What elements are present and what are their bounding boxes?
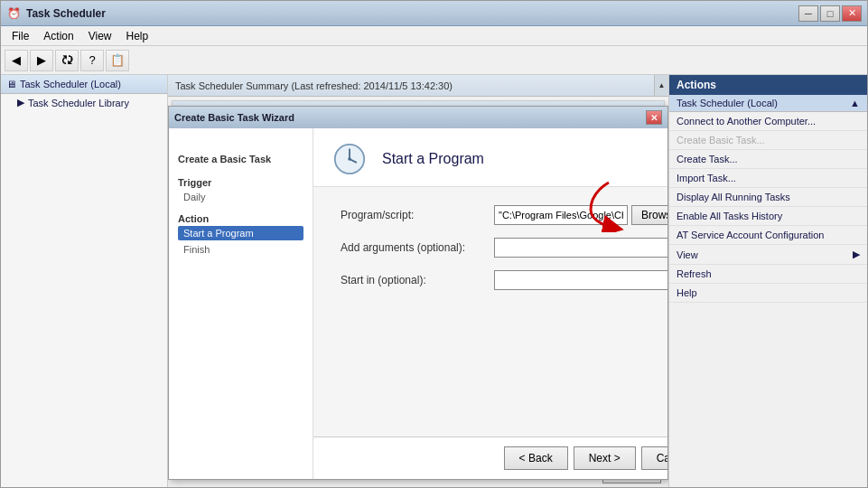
start-label: Start in (optional): xyxy=(341,274,485,286)
title-bar: ⏰ Task Scheduler ─ □ ✕ xyxy=(1,1,867,26)
chevron-right-icon: ▶ xyxy=(853,249,860,260)
wizard-nav-finish[interactable]: Finish xyxy=(178,242,303,257)
right-panel-item-import[interactable]: Import Task... xyxy=(669,169,867,188)
right-panel-item-display-running[interactable]: Display All Running Tasks xyxy=(669,188,867,207)
right-panel-section-label: Task Scheduler (Local) xyxy=(677,98,778,108)
program-input-group: Browse... xyxy=(494,205,667,225)
right-panel-item-view[interactable]: View ▶ xyxy=(669,245,867,265)
right-panel-item-at-service[interactable]: AT Service Account Configuration xyxy=(669,226,867,245)
menu-action[interactable]: Action xyxy=(36,28,80,44)
program-row: Program/script: xyxy=(341,205,667,225)
summary-text: Task Scheduler Summary (Last refreshed: … xyxy=(175,80,453,91)
menu-help[interactable]: Help xyxy=(119,28,156,44)
center-panel: Task Scheduler Summary (Last refreshed: … xyxy=(168,75,668,487)
right-panel-item-connect[interactable]: Connect to Another Computer... xyxy=(669,112,867,131)
wizard-nav: Create a Basic Task Trigger Daily Action… xyxy=(169,128,313,479)
expand-icon: 🖥 xyxy=(6,79,16,89)
args-row: Add arguments (optional): xyxy=(341,238,667,258)
args-input[interactable] xyxy=(494,238,667,258)
wizard-nav-daily[interactable]: Daily xyxy=(178,190,303,204)
wizard-nav-trigger-section: Trigger xyxy=(178,177,303,188)
chevron-up-icon: ▲ xyxy=(850,98,860,108)
folder-icon: ▶ xyxy=(17,97,24,108)
wizard-nav-create-label: Create a Basic Task xyxy=(178,154,303,164)
program-label: Program/script: xyxy=(341,209,485,221)
wizard-header-title: Start a Program xyxy=(382,151,484,167)
wizard-form: Program/script: xyxy=(313,187,667,436)
start-input[interactable] xyxy=(494,270,667,290)
menu-view[interactable]: View xyxy=(81,28,119,44)
summary-bar: Task Scheduler Summary (Last refreshed: … xyxy=(168,75,668,97)
right-panel-item-refresh[interactable]: Refresh xyxy=(669,265,867,284)
wizard-body: Create a Basic Task Trigger Daily Action… xyxy=(169,128,667,479)
summary-scrollbar[interactable]: ▲ xyxy=(654,75,668,96)
wizard-nav-start-program[interactable]: Start a Program xyxy=(178,226,303,240)
help-button[interactable]: ? xyxy=(80,50,104,71)
refresh-button[interactable]: 🗘 xyxy=(55,50,79,71)
right-panel-header: Actions xyxy=(669,75,867,95)
menu-file[interactable]: File xyxy=(5,28,36,44)
menu-bar: File Action View Help xyxy=(1,26,867,46)
left-panel: 🖥 Task Scheduler (Local) ▶ Task Schedule… xyxy=(1,75,168,487)
toolbar: ◀ ▶ 🗘 ? 📋 xyxy=(1,46,867,75)
next-button[interactable]: Next > xyxy=(574,446,636,470)
back-button[interactable]: < Back xyxy=(504,446,568,470)
right-panel-item-create[interactable]: Create Task... xyxy=(669,150,867,169)
red-arrow-indicator xyxy=(586,178,631,232)
minimize-button[interactable]: ─ xyxy=(798,5,818,22)
wizard-close-button[interactable]: ✕ xyxy=(646,110,662,125)
main-window: ⏰ Task Scheduler ─ □ ✕ File Action View … xyxy=(0,0,868,488)
right-panel-item-enable-history[interactable]: Enable All Tasks History xyxy=(669,207,867,226)
wizard-window: Create Basic Task Wizard ✕ Create a Basi… xyxy=(168,106,668,480)
browse-button[interactable]: Browse... xyxy=(631,205,667,225)
maximize-button[interactable]: □ xyxy=(820,5,840,22)
args-label: Add arguments (optional): xyxy=(341,241,485,254)
window-title: Task Scheduler xyxy=(26,7,798,20)
back-button[interactable]: ◀ xyxy=(5,50,28,71)
left-panel-main-item[interactable]: 🖥 Task Scheduler (Local) xyxy=(1,75,167,94)
right-panel-item-create-basic: Create Basic Task... xyxy=(669,131,867,150)
left-panel-sub-label: Task Scheduler Library xyxy=(28,98,129,108)
right-panel-item-help[interactable]: Help xyxy=(669,284,867,303)
cancel-button[interactable]: Cancel xyxy=(641,446,667,470)
wizard-main: Start a Program Program/script: xyxy=(313,128,667,479)
forward-button[interactable]: ▶ xyxy=(30,50,53,71)
export-button[interactable]: 📋 xyxy=(106,50,129,71)
wizard-footer: < Back Next > Cancel xyxy=(313,436,667,479)
left-panel-main-label: Task Scheduler (Local) xyxy=(20,79,121,89)
center-content: Create Basic Task Wizard ✕ Create a Basi… xyxy=(168,97,668,487)
wizard-nav-action-section: Action xyxy=(178,213,303,224)
left-panel-library-item[interactable]: ▶ Task Scheduler Library xyxy=(1,94,167,111)
wizard-clock-icon xyxy=(331,141,368,177)
start-row: Start in (optional): xyxy=(341,270,667,290)
close-button[interactable]: ✕ xyxy=(842,5,862,22)
title-bar-buttons: ─ □ ✕ xyxy=(798,5,862,22)
main-area: 🖥 Task Scheduler (Local) ▶ Task Schedule… xyxy=(1,75,867,487)
wizard-title-bar: Create Basic Task Wizard ✕ xyxy=(169,107,667,128)
wizard-title: Create Basic Task Wizard xyxy=(174,112,294,123)
right-panel: Actions Task Scheduler (Local) ▲ Connect… xyxy=(668,75,867,487)
right-panel-section[interactable]: Task Scheduler (Local) ▲ xyxy=(669,95,867,112)
window-icon: ⏰ xyxy=(6,6,21,21)
